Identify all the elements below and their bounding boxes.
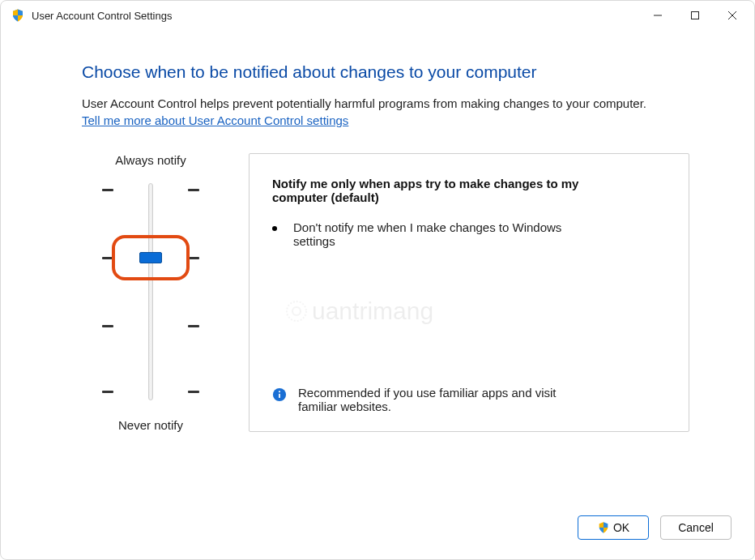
titlebar: User Account Control Settings	[1, 1, 754, 30]
window-title: User Account Control Settings	[32, 10, 172, 22]
cancel-button[interactable]: Cancel	[660, 515, 732, 540]
svg-rect-1	[692, 12, 699, 19]
close-button[interactable]	[714, 2, 751, 28]
content-area: Choose when to be notified about changes…	[1, 30, 754, 506]
shield-icon	[597, 521, 610, 534]
recommendation-text: Recommended if you use familiar apps and…	[298, 386, 580, 413]
shield-icon	[11, 8, 25, 23]
notification-slider-column: Always notify Never notify	[82, 153, 220, 432]
notification-slider[interactable]	[102, 178, 199, 405]
slider-top-label: Always notify	[115, 153, 186, 167]
cancel-button-label: Cancel	[678, 521, 714, 534]
dialog-footer: OK Cancel	[1, 506, 754, 559]
minimize-button[interactable]	[639, 2, 676, 28]
slider-thumb[interactable]	[139, 252, 162, 263]
ok-button-label: OK	[613, 521, 629, 534]
page-heading: Choose when to be notified about changes…	[82, 62, 689, 82]
bullet-icon	[272, 226, 277, 231]
svg-rect-3	[279, 394, 280, 398]
description-text: User Account Control helps prevent poten…	[82, 96, 689, 110]
uac-settings-window: User Account Control Settings Choose whe…	[0, 0, 755, 560]
level-detail-text: Don't notify me when I make changes to W…	[293, 220, 564, 248]
learn-more-link[interactable]: Tell me more about User Account Control …	[82, 113, 348, 127]
slider-bottom-label: Never notify	[118, 418, 183, 432]
level-description-panel: Notify me only when apps try to make cha…	[249, 153, 689, 432]
ok-button[interactable]: OK	[578, 515, 649, 540]
level-title: Notify me only when apps try to make cha…	[272, 177, 580, 204]
level-detail-item: Don't notify me when I make changes to W…	[272, 220, 564, 248]
svg-rect-0	[654, 15, 662, 16]
maximize-button[interactable]	[676, 2, 714, 28]
info-icon	[272, 387, 287, 402]
svg-point-4	[279, 391, 280, 392]
recommendation-row: Recommended if you use familiar apps and…	[272, 370, 580, 413]
